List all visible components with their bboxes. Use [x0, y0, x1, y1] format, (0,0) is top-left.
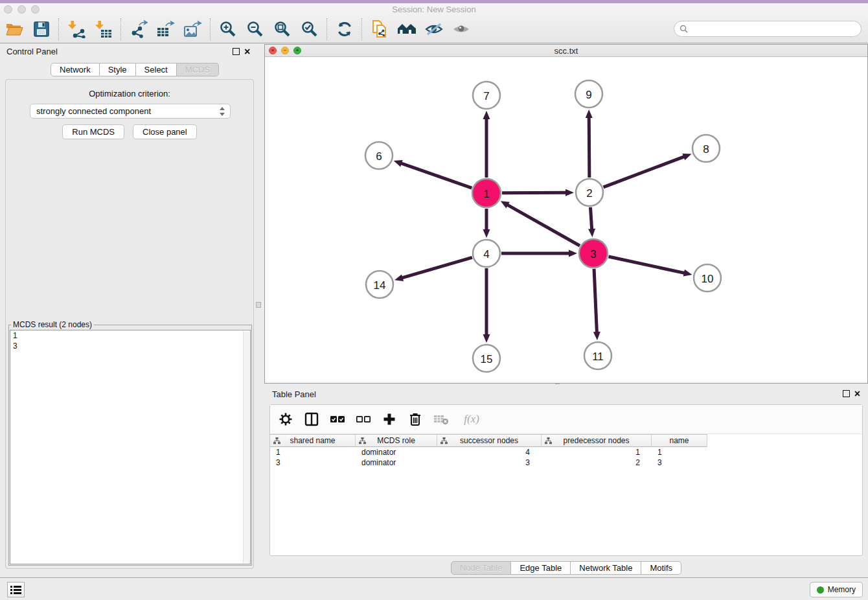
- cell-name: 1: [652, 447, 707, 457]
- graph-node-label-15: 15: [481, 353, 493, 365]
- column-header-successor-nodes[interactable]: successor nodes: [437, 434, 542, 447]
- float-table-panel-icon[interactable]: [843, 390, 850, 397]
- table-row[interactable]: 1dominator411: [270, 447, 862, 457]
- mcds-result-value: 1: [10, 330, 250, 341]
- tab-mcds[interactable]: MCDS: [177, 63, 219, 76]
- export-network-icon[interactable]: [128, 18, 150, 40]
- main-toolbar: [0, 15, 868, 43]
- open-session-icon[interactable]: [3, 18, 25, 40]
- close-panel-icon[interactable]: ×: [244, 49, 250, 55]
- hide-selected-eye-icon[interactable]: [423, 18, 445, 40]
- deselect-all-columns-icon[interactable]: [356, 411, 371, 427]
- graph-edge-2-9[interactable]: [589, 117, 589, 178]
- graph-edge-1-6[interactable]: [400, 163, 472, 189]
- result-scrollbar[interactable]: [243, 331, 249, 563]
- column-header-predecessor-nodes[interactable]: predecessor nodes: [542, 434, 652, 447]
- graph-edge-arrowhead: [483, 111, 490, 119]
- cell-name: 3: [652, 457, 707, 468]
- zoom-out-icon[interactable]: [244, 18, 266, 40]
- graph-edge-3-10[interactable]: [608, 257, 685, 273]
- mcds-result-value: 3: [10, 341, 250, 351]
- run-mcds-button[interactable]: Run MCDS: [62, 124, 124, 139]
- export-table-icon[interactable]: [155, 18, 177, 40]
- table-tab-node-table[interactable]: Node Table: [451, 561, 512, 575]
- close-panel-button[interactable]: Close panel: [133, 124, 197, 139]
- float-panel-icon[interactable]: [233, 48, 240, 55]
- graph-node-label-8: 8: [703, 143, 709, 156]
- cell-successor-nodes: 3: [437, 457, 542, 468]
- table-tab-network-table[interactable]: Network Table: [571, 561, 641, 575]
- cell-shared-name: 3: [270, 457, 356, 468]
- table-row[interactable]: 3dominator323: [270, 457, 862, 468]
- graph-node-label-1: 1: [483, 188, 489, 200]
- graph-node-label-2: 2: [586, 187, 592, 200]
- criterion-select[interactable]: strongly connected component: [30, 104, 231, 119]
- toolbar-divider: [210, 18, 211, 40]
- table-tab-motifs[interactable]: Motifs: [641, 561, 681, 575]
- search-box[interactable]: [674, 21, 862, 37]
- control-panel-tabs: NetworkStyleSelectMCDS: [51, 63, 219, 76]
- task-history-button[interactable]: [7, 582, 25, 597]
- graph-edge-arrowhead: [565, 189, 574, 196]
- column-header-label: predecessor nodes: [563, 436, 629, 445]
- search-input[interactable]: [691, 23, 861, 34]
- delete-columns-trash-icon[interactable]: [407, 411, 423, 427]
- save-session-icon[interactable]: [30, 18, 52, 40]
- column-header-MCDS-role[interactable]: MCDS role: [356, 434, 437, 447]
- zoom-fit-icon[interactable]: [271, 18, 293, 40]
- import-network-icon[interactable]: [65, 18, 87, 40]
- toolbar-divider: [58, 18, 60, 40]
- zoom-selected-icon[interactable]: [299, 18, 321, 40]
- create-column-icon[interactable]: [382, 411, 397, 427]
- cell-predecessor-nodes: 2: [542, 457, 652, 468]
- column-header-name[interactable]: name: [652, 434, 707, 447]
- import-table-icon[interactable]: [93, 18, 115, 40]
- network-canvas[interactable]: 1234678910111415: [265, 57, 867, 383]
- toolbar-divider: [120, 18, 122, 40]
- cell-successor-nodes: 4: [437, 447, 542, 457]
- tab-network[interactable]: Network: [51, 63, 100, 76]
- column-header-shared-name[interactable]: shared name: [270, 434, 356, 447]
- table-panel-title: Table Panel: [272, 389, 316, 399]
- column-tree-icon: [545, 437, 552, 444]
- close-table-panel-icon[interactable]: ×: [854, 391, 860, 397]
- network-overview-icon[interactable]: [396, 18, 418, 40]
- list-icon: [10, 584, 22, 595]
- graph-edge-2-8[interactable]: [604, 156, 685, 187]
- graph-edge-3-11[interactable]: [594, 269, 597, 333]
- graph-edge-4-14[interactable]: [402, 257, 472, 278]
- control-panel-title: Control Panel: [6, 47, 58, 56]
- optimization-criterion-label: Optimization criterion:: [6, 89, 253, 98]
- table-panel: Table Panel ×: [264, 386, 868, 577]
- column-tree-icon: [440, 437, 448, 444]
- tab-style[interactable]: Style: [100, 63, 136, 76]
- zoom-in-icon[interactable]: [217, 18, 239, 40]
- new-network-from-selection-icon[interactable]: [369, 18, 391, 40]
- graph-edge-1-2[interactable]: [502, 192, 567, 193]
- table-header-row: shared nameMCDS rolesuccessor nodesprede…: [270, 434, 862, 447]
- table-body: 1dominator4113dominator323: [270, 447, 862, 468]
- graph-edge-arrowhead: [394, 160, 403, 167]
- vertical-splitter-handle[interactable]: [256, 302, 261, 308]
- table-settings-gear-icon[interactable]: [278, 411, 293, 427]
- graph-edge-2-3[interactable]: [590, 207, 591, 230]
- tab-select[interactable]: Select: [136, 63, 177, 76]
- mcds-result-list[interactable]: 13: [10, 330, 251, 564]
- toolbar-divider: [361, 18, 363, 40]
- select-all-columns-icon[interactable]: [330, 411, 345, 427]
- memory-button[interactable]: Memory: [810, 582, 863, 597]
- graph-edge-arrowhead: [394, 274, 404, 281]
- column-tree-icon: [273, 437, 280, 444]
- table-tabs: Node TableEdge TableNetwork TableMotifs: [264, 561, 868, 575]
- export-image-icon[interactable]: [182, 18, 204, 40]
- table-tab-edge-table[interactable]: Edge Table: [511, 561, 571, 575]
- graph-node-label-6: 6: [376, 150, 382, 163]
- show-all-eye-icon[interactable]: [450, 18, 472, 40]
- refresh-icon[interactable]: [334, 18, 356, 40]
- app-titlebar: Session: New Session: [0, 3, 868, 15]
- column-header-label: shared name: [290, 436, 335, 445]
- graph-edge-3-1[interactable]: [507, 205, 580, 246]
- column-tree-icon: [359, 437, 366, 444]
- select-stepper-icon: [219, 106, 226, 117]
- show-columns-icon[interactable]: [304, 411, 319, 427]
